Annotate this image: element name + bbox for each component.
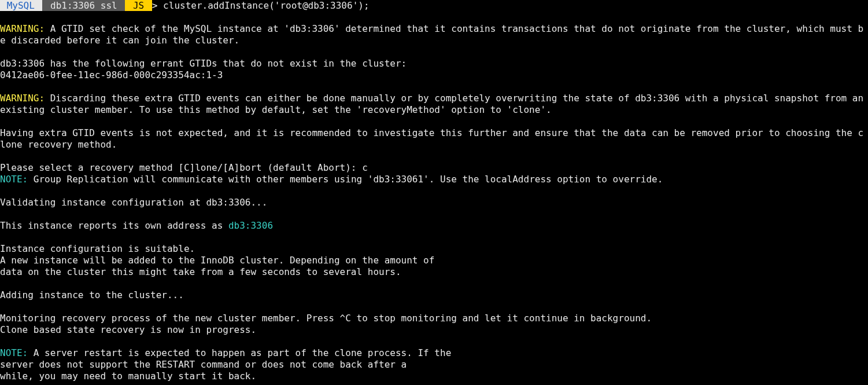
restart-text: server does not support the RESTART comm… (0, 359, 407, 370)
blank-line (0, 12, 868, 23)
warning-text: A GTID set check of the MySQL instance a… (0, 23, 863, 46)
command-text: cluster.addInstance('root@db3:3306'); (163, 0, 369, 11)
prompt-mysql-segment: MySQL (0, 0, 42, 11)
blank-line (0, 301, 868, 313)
suitable-text: Instance configuration is suitable. (0, 243, 195, 254)
blank-line (0, 46, 868, 58)
blank-line (0, 81, 868, 93)
note-label: NOTE: (0, 347, 28, 358)
blank-line (0, 336, 868, 347)
blank-line (0, 232, 868, 243)
prompt: MySQL db1:3306 ssl JS > (0, 0, 157, 11)
blank-line (0, 278, 868, 289)
blank-line (0, 116, 868, 127)
monitoring-text: Monitoring recovery process of the new c… (0, 313, 652, 324)
recovery-method-prompt: Please select a recovery method [C]lone/… (0, 162, 368, 173)
blank-line (0, 151, 868, 162)
warning-label: WARNING: (0, 23, 45, 34)
report-address-pre: This instance reports its own address as (0, 220, 228, 231)
restart-text: while, you may need to manually start it… (0, 371, 256, 382)
blank-line (0, 185, 868, 197)
note-text: Group Replication will communicate with … (28, 174, 663, 185)
warning-text: Discarding these extra GTID events can e… (0, 93, 868, 115)
errant-gtid: 0412ae06-0fee-11ec-986d-000c293354ac:1-3 (0, 69, 223, 80)
warning-label: WARNING: (0, 93, 45, 104)
adding-instance-text: Adding instance to the cluster... (0, 289, 184, 300)
clone-state-text: Clone based state recovery is now in pro… (0, 324, 256, 335)
prompt-host-segment: db1:3306 ssl (42, 0, 125, 11)
new-instance-text: data on the cluster this might take from… (0, 266, 401, 277)
validating-text: Validating instance configuration at db3… (0, 197, 267, 208)
prompt-mode-segment: JS (125, 0, 152, 11)
note-label: NOTE: (0, 174, 28, 185)
note-text: A server restart is expected to happen a… (28, 347, 451, 358)
errant-intro: db3:3306 has the following errant GTIDs … (0, 58, 407, 69)
blank-line (0, 208, 868, 220)
terminal-output[interactable]: MySQL db1:3306 ssl JS > cluster.addInsta… (0, 0, 868, 382)
new-instance-text: A new instance will be added to the Inno… (0, 255, 434, 266)
prompt-arrow: > (152, 0, 158, 11)
extra-gtid-text: Having extra GTID events is not expected… (0, 127, 863, 150)
report-address: db3:3306 (228, 220, 273, 231)
